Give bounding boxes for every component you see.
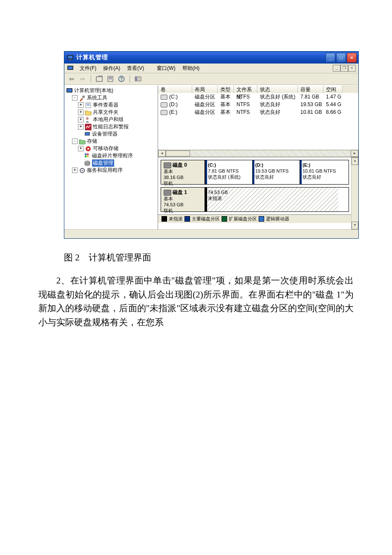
tree-root[interactable]: 计算机管理(本地) (66, 87, 158, 94)
drive-icon (161, 95, 167, 100)
tree-event-viewer[interactable]: + 事件查看器 (66, 101, 158, 109)
mdi-restore-button[interactable]: ❐ (340, 65, 348, 72)
body-paragraph: 2、在计算机管理界面中单击"磁盘管理"项，如果是第一次使用时系统会出现磁盘初始化… (38, 274, 354, 329)
volume-row[interactable]: (C:)磁盘分区基本NTFS状态良好 (系统)7.81 GB1.47 G (158, 93, 358, 101)
tree-removable[interactable]: + 可移动存储 (66, 145, 158, 152)
tree-local-users[interactable]: + 本地用户和组 (66, 116, 158, 123)
svg-rect-26 (87, 153, 89, 155)
partition[interactable]: (D:)19.53 GB NTFS状态良好 (252, 160, 300, 184)
status-bar (64, 229, 358, 238)
scroll-right-button[interactable]: ▸ (351, 150, 358, 157)
partition[interactable]: (E:)10.81 GB NTFS状态良好 (300, 160, 347, 184)
drive-icon (161, 102, 167, 107)
col-free[interactable]: 空闲 (323, 85, 343, 93)
tree-device-manager[interactable]: 设备管理器 (66, 130, 158, 138)
title-bar[interactable]: 计算机管理 _ □ × (64, 52, 358, 64)
menu-file[interactable]: 文件(F) (76, 65, 100, 72)
svg-rect-17 (86, 104, 90, 104)
svg-rect-14 (67, 89, 72, 92)
perf-icon (85, 124, 92, 130)
users-icon (85, 116, 92, 123)
col-layout[interactable]: 布局 (192, 85, 218, 93)
col-volume[interactable]: 卷 (158, 85, 192, 93)
svg-rect-25 (85, 153, 86, 155)
expand-icon[interactable]: + (78, 117, 84, 122)
volume-row[interactable]: (D:)磁盘分区基本NTFS状态良好19.53 GB5.44 G (158, 101, 358, 108)
svg-rect-5 (96, 77, 102, 81)
menu-view[interactable]: 查看(V) (124, 65, 147, 72)
disk-row[interactable]: 磁盘 0基本38.16 GB联机(C:)7.81 GB NTFS状态良好 (系统… (161, 160, 349, 185)
tree-system-tools[interactable]: - 系统工具 (66, 94, 158, 101)
disk-header[interactable]: 磁盘 1基本74.53 GB联机 (161, 188, 205, 211)
svg-text:?: ? (120, 77, 123, 81)
disk-mgmt-icon (84, 160, 91, 167)
svg-rect-2 (69, 60, 72, 61)
storage-icon (79, 138, 86, 145)
v-scrollbar[interactable]: ▴ ▾ (351, 157, 358, 229)
menu-bar: 文件(F) 操作(A) 查看(V) 窗口(W) 帮助(H) _ ❐ × (64, 64, 358, 73)
svg-point-15 (82, 95, 85, 98)
back-button[interactable]: ⇦ (67, 74, 76, 84)
tree-disk-management[interactable]: 磁盘管理 (66, 159, 158, 167)
scroll-down-button[interactable]: ▾ (352, 222, 358, 229)
device-icon (84, 131, 91, 138)
expand-icon[interactable]: + (78, 124, 84, 130)
minimize-button[interactable]: _ (326, 53, 335, 63)
up-level-button[interactable] (95, 74, 104, 84)
tree-services-apps[interactable]: + 服务和应用程序 (66, 167, 158, 174)
maximize-button[interactable]: □ (336, 53, 346, 63)
h-scroll-thumb[interactable] (166, 150, 190, 156)
services-icon (79, 167, 86, 174)
legend-logical: 逻辑驱动器 (266, 216, 289, 222)
expand-icon[interactable]: + (72, 168, 78, 173)
volume-list[interactable]: 卷 布局 类型 文件系统 状态 容量 空闲 (C:)磁盘分区基本NTFS状态良好… (158, 85, 358, 157)
tree-perf-logs[interactable]: + 性能日志和警报 (66, 123, 158, 130)
disk-header[interactable]: 磁盘 0基本38.16 GB联机 (161, 160, 205, 184)
properties-button[interactable] (106, 74, 115, 84)
partition[interactable]: (C:)7.81 GB NTFS状态良好 (系统) (205, 160, 252, 184)
computer-management-window: 计算机管理 _ □ × 文件(F) 操作(A) 查看(V) 窗口(W) 帮助(H… (64, 51, 359, 239)
expand-icon[interactable]: + (78, 146, 84, 151)
help-button[interactable]: ? (117, 74, 126, 84)
expand-icon[interactable]: + (78, 110, 84, 115)
svg-rect-28 (87, 156, 89, 157)
tree-storage[interactable]: - 存储 (66, 138, 158, 145)
close-button[interactable]: × (347, 53, 357, 63)
tools-icon (79, 95, 86, 101)
tree-defrag[interactable]: 磁盘碎片整理程序 (66, 152, 158, 159)
collapse-icon[interactable]: - (72, 95, 78, 101)
console-tree[interactable]: 计算机管理(本地) - 系统工具 + 事件查看器 + 共享文件夹 (64, 85, 158, 229)
show-hide-button[interactable] (133, 74, 143, 84)
unallocated-region[interactable]: 74.53 GB未指派 (205, 188, 338, 211)
mdi-minimize-button[interactable]: _ (333, 65, 340, 72)
scroll-up-button[interactable]: ▴ (352, 157, 358, 165)
svg-rect-18 (86, 105, 90, 106)
tree-shared-folders[interactable]: + 共享文件夹 (66, 109, 158, 116)
disk-icon (164, 190, 171, 196)
volume-list-header[interactable]: 卷 布局 类型 文件系统 状态 容量 空闲 (158, 85, 358, 93)
mdi-close-button[interactable]: × (348, 65, 356, 72)
forward-button[interactable]: ⇨ (78, 74, 87, 84)
col-filesystem[interactable]: 文件系统 (234, 85, 257, 93)
svg-rect-27 (85, 156, 86, 157)
menu-help[interactable]: 帮助(H) (179, 65, 203, 72)
svg-rect-12 (135, 77, 137, 81)
collapse-icon[interactable]: - (72, 139, 78, 144)
disk-icon (164, 162, 171, 168)
menu-window[interactable]: 窗口(W) (153, 65, 179, 72)
app-icon (67, 54, 74, 61)
svg-point-31 (82, 170, 83, 171)
legend-unallocated: 未指派 (169, 216, 183, 222)
col-status[interactable]: 状态 (257, 85, 298, 93)
scroll-left-button[interactable]: ◂ (158, 150, 166, 157)
menu-action[interactable]: 操作(A) (100, 65, 124, 72)
legend: 未指派 主要磁盘分区 扩展磁盘分区 逻辑驱动器 (158, 214, 358, 223)
disk-graphical-view[interactable]: 磁盘 0基本38.16 GB联机(C:)7.81 GB NTFS状态良好 (系统… (158, 157, 358, 229)
volume-row[interactable]: (E:)磁盘分区基本NTFS状态良好10.81 GB8.66 G (158, 108, 358, 116)
expand-icon[interactable]: + (78, 102, 84, 108)
col-capacity[interactable]: 容量 (298, 85, 323, 93)
col-type[interactable]: 类型 (218, 85, 234, 93)
h-scrollbar[interactable]: ◂ ▸ (158, 150, 358, 157)
svg-rect-7 (109, 77, 112, 78)
disk-row[interactable]: 磁盘 1基本74.53 GB联机74.53 GB未指派 (161, 187, 349, 212)
